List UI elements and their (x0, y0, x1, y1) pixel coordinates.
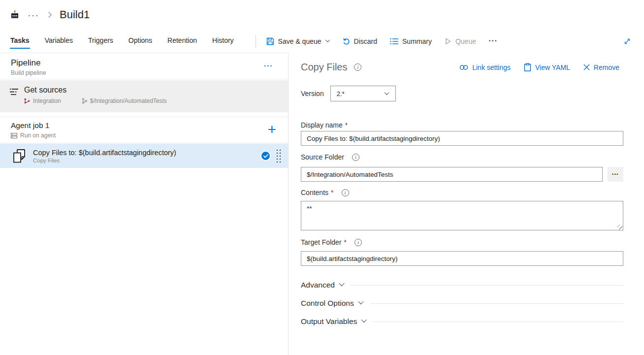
save-and-queue-label: Save & queue (278, 37, 322, 45)
section-control-options[interactable]: Control Options (301, 298, 623, 308)
breadcrumb-more-icon[interactable]: ··· (28, 12, 39, 17)
contents-info-icon[interactable]: i (342, 189, 349, 196)
sources-list-icon (10, 88, 18, 112)
tab-history[interactable]: History (212, 33, 234, 49)
pipeline-header: Pipeline Build pipeline ••• (0, 53, 288, 79)
close-icon (583, 64, 590, 70)
source-folder-input[interactable] (301, 167, 603, 182)
version-path-icon (82, 98, 87, 104)
target-folder-label: Target Folder (301, 238, 341, 246)
task-form: Display name * Source Folder i ••• Conte… (301, 121, 623, 266)
chevron-down-icon (358, 299, 363, 304)
section-divider (370, 303, 623, 304)
link-settings-button[interactable]: Link settings (459, 64, 511, 71)
section-output-variables-label: Output Variables (301, 317, 357, 326)
summary-label: Summary (402, 37, 432, 45)
task-details-panel: Copy Files i Link settings (289, 53, 644, 355)
summary-button[interactable]: Summary (390, 37, 432, 45)
contents-field: ** (301, 201, 623, 230)
pipeline-tasks-panel: Pipeline Build pipeline ••• Get sources (0, 53, 289, 355)
browse-button[interactable]: ••• (608, 167, 623, 182)
tab-options[interactable]: Options (128, 33, 153, 49)
section-divider (373, 322, 623, 322)
collapsible-sections: Advanced Control Options Output Variable… (301, 280, 623, 326)
source-folder-row: ••• (301, 167, 623, 182)
tab-tasks[interactable]: Tasks (10, 33, 30, 49)
agent-job-title: Agent job 1 (11, 121, 56, 130)
tab-variables[interactable]: Variables (44, 33, 73, 49)
chevron-down-icon (339, 281, 344, 286)
view-yaml-label: View YAML (535, 64, 570, 71)
version-label: Version (301, 90, 324, 97)
version-dropdown[interactable]: 2.* (330, 86, 396, 101)
pipeline-title: Pipeline (11, 58, 46, 68)
version-value: 2.* (337, 90, 345, 97)
clipboard-icon (524, 63, 531, 71)
agent-job-subtitle: Run on agent (20, 132, 56, 139)
tab-retention[interactable]: Retention (167, 33, 197, 49)
contents-label: Contents (301, 189, 328, 196)
link-icon (459, 64, 468, 71)
content-area: Pipeline Build pipeline ••• Get sources (0, 53, 644, 355)
contents-label-row: Contents * i (301, 189, 623, 196)
copy-files-icon (13, 149, 26, 163)
chevron-down-icon (361, 317, 367, 323)
tab-triggers[interactable]: Triggers (88, 33, 114, 49)
play-icon (445, 38, 451, 45)
pipeline-subtitle: Build pipeline (11, 69, 46, 76)
drag-handle[interactable] (275, 148, 282, 164)
agent-job-row[interactable]: Agent job 1 Run on agent (0, 117, 288, 143)
display-name-input[interactable] (301, 131, 623, 146)
task-row-copy-files[interactable]: Copy Files to: $(build.artifactstagingdi… (0, 144, 288, 168)
version-row: Version 2.* (301, 86, 623, 101)
pipeline-more-icon[interactable]: ••• (264, 64, 273, 79)
view-yaml-button[interactable]: View YAML (524, 63, 570, 71)
pipeline-editor-window: ··· Build1 Tasks Variables Triggers Opti… (0, 0, 644, 355)
task-info-icon[interactable]: i (354, 64, 361, 71)
discard-button[interactable]: Discard (342, 37, 377, 45)
page-title: Build1 (60, 8, 90, 21)
source-folder-label-row: Source Folder i (301, 153, 623, 161)
toolbar-divider (256, 35, 256, 48)
more-commands-icon[interactable]: ••• (489, 39, 498, 43)
task-details-header: Copy Files i Link settings (301, 62, 619, 73)
section-advanced[interactable]: Advanced (301, 280, 623, 290)
remove-label: Remove (594, 64, 619, 71)
get-sources-row[interactable]: Get sources Integration (0, 80, 288, 112)
build-definition-icon (10, 10, 20, 20)
queue-label: Queue (455, 37, 476, 45)
contents-textarea[interactable]: ** (301, 201, 623, 230)
queue-button[interactable]: Queue (445, 37, 476, 45)
required-marker: * (331, 189, 333, 196)
link-settings-label: Link settings (472, 64, 511, 71)
required-marker: * (345, 121, 348, 129)
target-folder-label-row: Target Folder * i (301, 238, 623, 246)
remove-task-button[interactable]: Remove (583, 64, 619, 71)
chevron-down-icon (384, 90, 389, 95)
tfvc-repo-icon (24, 98, 30, 104)
target-folder-input[interactable] (301, 251, 623, 266)
task-details-title: Copy Files (301, 62, 347, 73)
add-task-button[interactable]: + (267, 122, 276, 143)
discard-label: Discard (354, 37, 377, 45)
source-folder-label: Source Folder (301, 153, 344, 161)
task-title: Copy Files to: $(build.artifactstagingdi… (33, 149, 260, 157)
task-subtitle: Copy Files (33, 158, 260, 163)
display-name-label: Display name (301, 121, 343, 129)
required-marker: * (344, 238, 346, 246)
browse-more-icon: ••• (612, 172, 619, 177)
agent-icon (11, 133, 17, 138)
resize-grip[interactable] (617, 225, 622, 229)
display-name-label-row: Display name * (301, 121, 623, 129)
task-selected-check-icon (260, 151, 271, 161)
section-output-variables[interactable]: Output Variables (301, 317, 623, 326)
save-and-queue-button[interactable]: Save & queue (266, 37, 329, 45)
repo-name: Integration (33, 97, 61, 104)
section-control-options-label: Control Options (301, 299, 354, 308)
fullscreen-icon[interactable] (623, 37, 631, 45)
source-folder-info-icon[interactable]: i (352, 154, 359, 161)
top-header: ··· Build1 (0, 0, 644, 30)
section-divider (351, 285, 623, 286)
undo-icon (342, 37, 350, 45)
target-folder-info-icon[interactable]: i (354, 239, 362, 246)
